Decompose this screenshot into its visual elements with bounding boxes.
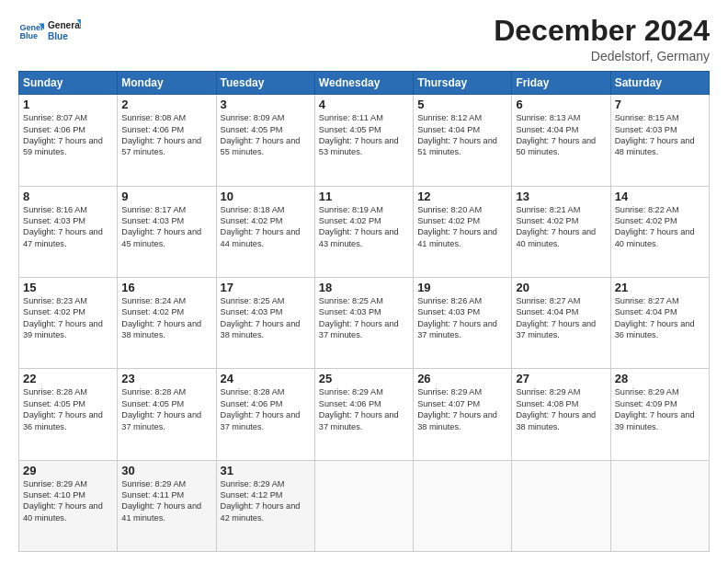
title-block: December 2024 Dedelstorf, Germany [494,15,710,63]
day-number: 5 [417,98,507,111]
svg-text:General: General [48,20,81,30]
day-number: 19 [417,281,507,294]
day-number: 30 [121,464,211,477]
calendar-cell: 19 Sunrise: 8:26 AM Sunset: 4:03 PM Dayl… [414,277,512,368]
calendar-week-3: 15 Sunrise: 8:23 AM Sunset: 4:02 PM Dayl… [19,277,710,368]
day-info: Sunrise: 8:28 AM Sunset: 4:05 PM Dayligh… [121,386,211,432]
calendar-cell: 6 Sunrise: 8:13 AM Sunset: 4:04 PM Dayli… [512,95,610,186]
day-number: 28 [615,372,705,385]
day-number: 11 [319,190,409,203]
calendar-cell: 27 Sunrise: 8:29 AM Sunset: 4:08 PM Dayl… [512,369,610,460]
day-info: Sunrise: 8:28 AM Sunset: 4:05 PM Dayligh… [23,386,113,432]
day-info: Sunrise: 8:23 AM Sunset: 4:02 PM Dayligh… [23,295,113,341]
day-number: 21 [615,281,705,294]
day-number: 7 [615,98,705,111]
day-number: 27 [516,372,606,385]
calendar-cell [314,460,413,551]
header-tuesday: Tuesday [216,72,314,95]
day-info: Sunrise: 8:07 AM Sunset: 4:06 PM Dayligh… [23,112,113,158]
calendar-cell: 31 Sunrise: 8:29 AM Sunset: 4:12 PM Dayl… [216,460,314,551]
day-info: Sunrise: 8:11 AM Sunset: 4:05 PM Dayligh… [319,112,409,158]
day-number: 13 [516,190,606,203]
calendar-cell: 20 Sunrise: 8:27 AM Sunset: 4:04 PM Dayl… [512,277,610,368]
day-number: 14 [615,190,705,203]
day-info: Sunrise: 8:29 AM Sunset: 4:06 PM Dayligh… [319,386,409,432]
day-number: 2 [121,98,211,111]
day-number: 17 [221,281,311,294]
day-number: 9 [121,190,211,203]
day-info: Sunrise: 8:21 AM Sunset: 4:02 PM Dayligh… [516,204,606,250]
day-number: 29 [23,464,113,477]
calendar-cell: 30 Sunrise: 8:29 AM Sunset: 4:11 PM Dayl… [118,460,216,551]
day-info: Sunrise: 8:13 AM Sunset: 4:04 PM Dayligh… [516,112,606,158]
day-info: Sunrise: 8:29 AM Sunset: 4:11 PM Dayligh… [121,478,211,524]
calendar-cell: 16 Sunrise: 8:24 AM Sunset: 4:02 PM Dayl… [118,277,216,368]
day-info: Sunrise: 8:19 AM Sunset: 4:02 PM Dayligh… [319,204,409,250]
day-number: 20 [516,281,606,294]
day-info: Sunrise: 8:25 AM Sunset: 4:03 PM Dayligh… [319,295,409,341]
header-friday: Friday [512,72,610,95]
day-info: Sunrise: 8:27 AM Sunset: 4:04 PM Dayligh… [615,295,705,341]
day-number: 16 [121,281,211,294]
day-info: Sunrise: 8:27 AM Sunset: 4:04 PM Dayligh… [516,295,606,341]
day-info: Sunrise: 8:08 AM Sunset: 4:06 PM Dayligh… [121,112,211,158]
header-monday: Monday [118,72,216,95]
calendar-table: Sunday Monday Tuesday Wednesday Thursday… [18,71,710,552]
day-info: Sunrise: 8:20 AM Sunset: 4:02 PM Dayligh… [417,204,507,250]
day-info: Sunrise: 8:15 AM Sunset: 4:03 PM Dayligh… [615,112,705,158]
header: General Blue General Blue December 2024 … [18,15,710,63]
day-number: 25 [319,372,409,385]
calendar-cell [610,460,709,551]
calendar-week-5: 29 Sunrise: 8:29 AM Sunset: 4:10 PM Dayl… [19,460,710,551]
calendar-cell: 29 Sunrise: 8:29 AM Sunset: 4:10 PM Dayl… [19,460,118,551]
day-number: 12 [417,190,507,203]
day-number: 1 [23,98,113,111]
day-number: 22 [23,372,113,385]
gb-logo-graphic: General Blue [48,15,81,48]
day-number: 24 [221,372,311,385]
calendar-cell: 18 Sunrise: 8:25 AM Sunset: 4:03 PM Dayl… [314,277,413,368]
calendar-week-1: 1 Sunrise: 8:07 AM Sunset: 4:06 PM Dayli… [19,95,710,186]
day-info: Sunrise: 8:12 AM Sunset: 4:04 PM Dayligh… [417,112,507,158]
header-sunday: Sunday [19,72,118,95]
day-info: Sunrise: 8:29 AM Sunset: 4:12 PM Dayligh… [221,478,311,524]
day-info: Sunrise: 8:24 AM Sunset: 4:02 PM Dayligh… [121,295,211,341]
day-number: 15 [23,281,113,294]
day-info: Sunrise: 8:25 AM Sunset: 4:03 PM Dayligh… [221,295,311,341]
calendar-cell: 22 Sunrise: 8:28 AM Sunset: 4:05 PM Dayl… [19,369,118,460]
day-info: Sunrise: 8:29 AM Sunset: 4:08 PM Dayligh… [516,386,606,432]
day-info: Sunrise: 8:17 AM Sunset: 4:03 PM Dayligh… [121,204,211,250]
calendar-cell: 12 Sunrise: 8:20 AM Sunset: 4:02 PM Dayl… [414,186,512,277]
day-info: Sunrise: 8:16 AM Sunset: 4:03 PM Dayligh… [23,204,113,250]
day-number: 18 [319,281,409,294]
month-title: December 2024 [494,15,710,47]
calendar-cell: 5 Sunrise: 8:12 AM Sunset: 4:04 PM Dayli… [414,95,512,186]
calendar-cell: 1 Sunrise: 8:07 AM Sunset: 4:06 PM Dayli… [19,95,118,186]
day-info: Sunrise: 8:29 AM Sunset: 4:09 PM Dayligh… [615,386,705,432]
calendar-cell: 26 Sunrise: 8:29 AM Sunset: 4:07 PM Dayl… [414,369,512,460]
calendar-cell: 9 Sunrise: 8:17 AM Sunset: 4:03 PM Dayli… [118,186,216,277]
page: General Blue General Blue December 2024 … [0,0,728,563]
day-info: Sunrise: 8:28 AM Sunset: 4:06 PM Dayligh… [221,386,311,432]
calendar-week-2: 8 Sunrise: 8:16 AM Sunset: 4:03 PM Dayli… [19,186,710,277]
day-number: 31 [221,464,311,477]
calendar-cell: 23 Sunrise: 8:28 AM Sunset: 4:05 PM Dayl… [118,369,216,460]
calendar-cell: 3 Sunrise: 8:09 AM Sunset: 4:05 PM Dayli… [216,95,314,186]
calendar-cell: 8 Sunrise: 8:16 AM Sunset: 4:03 PM Dayli… [19,186,118,277]
calendar-cell: 24 Sunrise: 8:28 AM Sunset: 4:06 PM Dayl… [216,369,314,460]
day-number: 26 [417,372,507,385]
day-number: 4 [319,98,409,111]
day-info: Sunrise: 8:29 AM Sunset: 4:07 PM Dayligh… [417,386,507,432]
day-number: 3 [221,98,311,111]
calendar-cell: 25 Sunrise: 8:29 AM Sunset: 4:06 PM Dayl… [314,369,413,460]
day-number: 23 [121,372,211,385]
day-info: Sunrise: 8:29 AM Sunset: 4:10 PM Dayligh… [23,478,113,524]
day-info: Sunrise: 8:26 AM Sunset: 4:03 PM Dayligh… [417,295,507,341]
header-thursday: Thursday [414,72,512,95]
svg-text:Blue: Blue [19,31,38,40]
day-number: 6 [516,98,606,111]
calendar-cell: 21 Sunrise: 8:27 AM Sunset: 4:04 PM Dayl… [610,277,709,368]
calendar-cell: 10 Sunrise: 8:18 AM Sunset: 4:02 PM Dayl… [216,186,314,277]
calendar-cell: 4 Sunrise: 8:11 AM Sunset: 4:05 PM Dayli… [314,95,413,186]
calendar-cell [512,460,610,551]
